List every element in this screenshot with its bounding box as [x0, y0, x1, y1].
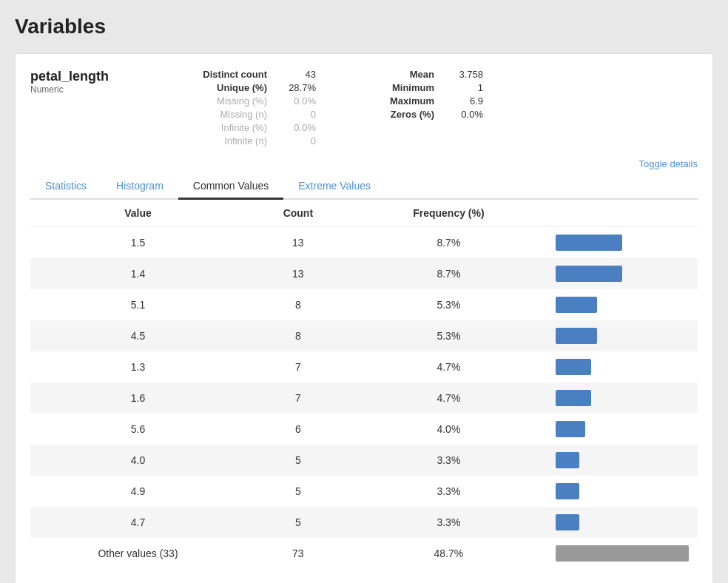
cell-value: 4.9 — [30, 476, 246, 507]
col-header-value: Value — [30, 200, 246, 227]
stat-label: Zeros (%) — [346, 109, 434, 120]
cell-freq: 4.0% — [351, 414, 547, 445]
cell-value: 1.5 — [30, 227, 246, 259]
cell-freq: 3.3% — [351, 507, 547, 538]
freq-bar — [556, 483, 579, 499]
cell-bar — [547, 351, 698, 383]
cell-bar — [547, 476, 698, 507]
freq-bar — [556, 452, 579, 468]
cell-freq: 3.3% — [351, 445, 547, 476]
cell-value: 4.7 — [30, 507, 246, 538]
cell-value: 4.5 — [30, 320, 246, 351]
stat-label: Missing (%) — [178, 95, 267, 107]
freq-bar — [556, 328, 597, 344]
tab-statistics[interactable]: Statistics — [30, 174, 101, 200]
stat-label: Mean — [346, 69, 434, 80]
variable-name: petal_length — [30, 69, 178, 84]
stat-row-right-2: Maximum6.9 — [346, 95, 483, 107]
cell-value: 1.3 — [30, 351, 246, 383]
freq-bar — [556, 235, 622, 251]
stat-label: Infinite (n) — [178, 135, 267, 146]
table-row: 1.5138.7% — [30, 227, 698, 259]
table-body: 1.5138.7%1.4138.7%5.185.3%4.585.3%1.374.… — [30, 227, 698, 570]
stat-label: Distinct count — [178, 69, 267, 80]
freq-bar — [556, 359, 591, 375]
cell-bar — [547, 289, 698, 320]
page-title: Variables — [15, 15, 713, 38]
stat-row-left-2: Missing (%)0.0% — [178, 95, 316, 107]
cell-freq: 3.3% — [351, 476, 547, 507]
cell-count: 7 — [246, 383, 351, 414]
stat-row-right-0: Mean3.758 — [346, 69, 483, 80]
freq-bar — [556, 514, 579, 530]
table-row: 1.674.7% — [30, 383, 698, 414]
stat-value: 1 — [439, 82, 483, 93]
table-row: 1.4138.7% — [30, 258, 698, 289]
table-row: Other values (33)7348.7% — [30, 538, 698, 569]
col-header-bar — [547, 200, 698, 227]
stat-row-left-0: Distinct count43 — [178, 69, 316, 80]
table-row: 5.664.0% — [30, 414, 698, 445]
stat-row-left-3: Missing (n)0 — [178, 109, 316, 120]
table-row: 4.585.3% — [30, 320, 698, 351]
cell-count: 6 — [246, 414, 351, 445]
cell-bar — [547, 445, 698, 476]
stat-row-right-1: Minimum1 — [346, 82, 483, 93]
cell-freq: 4.7% — [351, 351, 547, 383]
table-row: 5.185.3% — [30, 289, 698, 320]
col-header-count: Count — [246, 200, 351, 227]
cell-bar — [547, 507, 698, 538]
stats-right-col: Mean3.758Minimum1Maximum6.9Zeros (%)0.0% — [346, 69, 483, 146]
stat-label: Infinite (%) — [178, 122, 267, 133]
cell-value: 1.4 — [30, 258, 246, 289]
cell-bar — [547, 538, 698, 569]
cell-freq: 4.7% — [351, 383, 547, 414]
cell-value: Other values (33) — [30, 538, 246, 569]
cell-value: 5.6 — [30, 414, 246, 445]
stat-value: 28.7% — [272, 82, 316, 93]
table-head: ValueCountFrequency (%) — [30, 200, 698, 227]
toggle-row: Toggle details — [30, 158, 698, 169]
table-row: 4.953.3% — [30, 476, 698, 507]
variable-card: petal_length Numeric Distinct count43Uni… — [15, 53, 713, 583]
cell-count: 5 — [246, 476, 351, 507]
tab-common-values[interactable]: Common Values — [178, 174, 283, 200]
cell-count: 7 — [246, 351, 351, 383]
stat-value: 43 — [272, 69, 316, 80]
stat-value: 6.9 — [439, 95, 483, 107]
freq-bar — [556, 421, 585, 437]
stat-label: Minimum — [346, 82, 434, 93]
stats-left-col: Distinct count43Unique (%)28.7%Missing (… — [178, 69, 316, 146]
cell-freq: 5.3% — [351, 289, 547, 320]
variable-name-section: petal_length Numeric — [30, 69, 178, 95]
cell-bar — [547, 227, 698, 259]
stat-label: Unique (%) — [178, 82, 267, 93]
stats-section: Distinct count43Unique (%)28.7%Missing (… — [178, 69, 698, 146]
stat-value: 0 — [272, 109, 316, 120]
cell-freq: 8.7% — [351, 258, 547, 289]
variable-header: petal_length Numeric Distinct count43Uni… — [30, 69, 698, 146]
cell-value: 4.0 — [30, 445, 246, 476]
freq-bar — [556, 390, 591, 406]
cell-bar — [547, 320, 698, 351]
cell-bar — [547, 258, 698, 289]
cell-count: 73 — [246, 538, 351, 569]
table-section: ValueCountFrequency (%) 1.5138.7%1.4138.… — [30, 200, 698, 569]
freq-bar — [556, 545, 689, 562]
freq-bar — [556, 297, 597, 313]
stat-row-left-4: Infinite (%)0.0% — [178, 122, 316, 133]
cell-count: 5 — [246, 507, 351, 538]
cell-value: 1.6 — [30, 383, 246, 414]
tab-histogram[interactable]: Histogram — [101, 174, 178, 200]
tab-extreme-values[interactable]: Extreme Values — [283, 174, 385, 200]
common-values-table: ValueCountFrequency (%) 1.5138.7%1.4138.… — [30, 200, 698, 569]
stat-row-left-1: Unique (%)28.7% — [178, 82, 316, 93]
stat-value: 3.758 — [439, 69, 483, 80]
stat-value: 0 — [272, 135, 316, 146]
freq-bar — [556, 266, 622, 282]
cell-bar — [547, 414, 698, 445]
stat-row-right-3: Zeros (%)0.0% — [346, 109, 483, 120]
table-row: 4.753.3% — [30, 507, 698, 538]
toggle-details-link[interactable]: Toggle details — [639, 158, 698, 169]
cell-count: 8 — [246, 320, 351, 351]
